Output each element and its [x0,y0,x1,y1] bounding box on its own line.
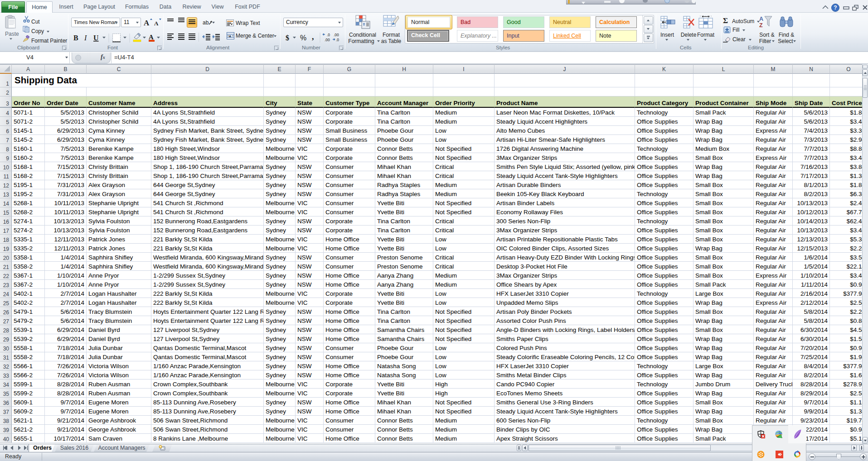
svg-text:Z: Z [759,22,763,29]
svg-text:%: % [300,34,306,42]
svg-text:A: A [154,20,159,27]
svg-text:$: $ [286,34,289,42]
svg-text:ab: ab [203,19,209,26]
svg-text:.0: .0 [336,38,339,42]
svg-text:A: A [144,19,150,27]
svg-text:.00: .00 [325,38,330,42]
svg-text:a: a [229,34,231,38]
svg-text:B: B [73,34,78,42]
svg-text:U: U [93,34,99,42]
svg-text:A: A [149,34,154,41]
svg-text:.0: .0 [327,33,330,37]
svg-text:I: I [84,34,87,42]
svg-text:,: , [312,32,314,41]
svg-text:A: A [759,16,763,22]
svg-text:.00: .00 [334,33,339,37]
svg-text:?: ? [834,5,837,11]
